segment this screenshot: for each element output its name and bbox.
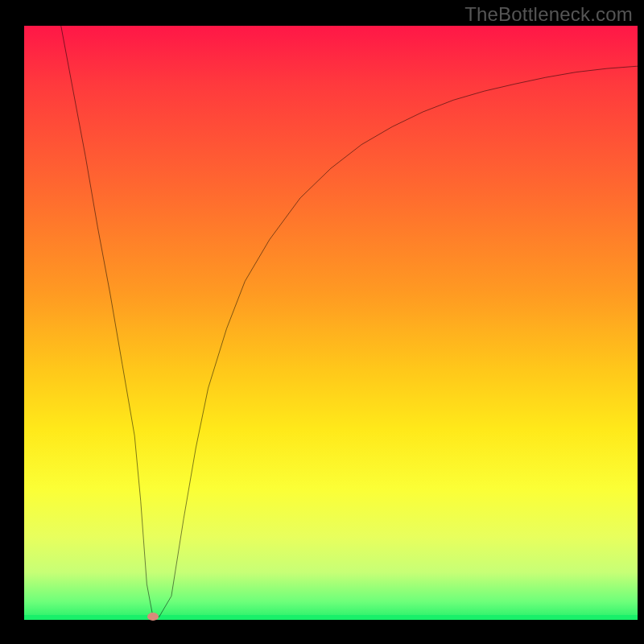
plot-area: [24, 26, 638, 620]
curve-svg: [24, 26, 638, 620]
watermark-text: TheBottleneck.com: [464, 3, 633, 26]
bottleneck-curve: [61, 26, 638, 617]
minimum-marker: [147, 613, 159, 621]
chart-root: TheBottleneck.com: [0, 0, 644, 644]
